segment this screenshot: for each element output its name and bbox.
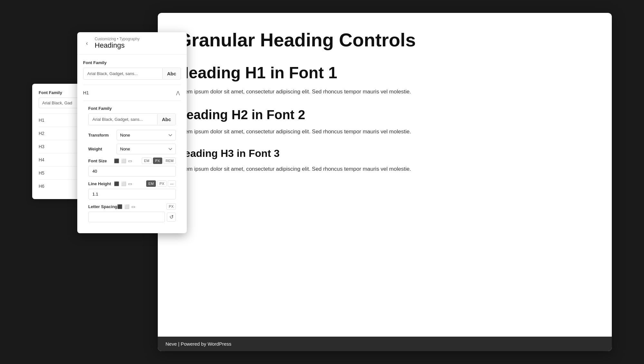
device-icons-lineheight: ⬛ ⬜ ▭ xyxy=(114,181,132,186)
global-font-family-input[interactable] xyxy=(83,68,162,79)
letter-spacing-units: PX xyxy=(166,203,176,210)
preview-content: Granular Heading Controls Heading H1 in … xyxy=(158,13,612,337)
h1-font-family-row: Abc xyxy=(88,113,176,125)
tablet-icon-lineheight[interactable]: ⬜ xyxy=(121,181,126,186)
customizer-panel: ‹ Customizing • Typography Headings Font… xyxy=(77,32,187,233)
h1-abc-badge[interactable]: Abc xyxy=(157,114,175,125)
h1-label: H1 xyxy=(83,90,89,95)
desktop-icon-letterspacing[interactable]: ⬛ xyxy=(117,204,122,209)
desktop-icon-fontsize[interactable]: ⬛ xyxy=(114,158,119,163)
px-lineheight-btn[interactable]: PX xyxy=(157,180,166,187)
transform-select[interactable]: None xyxy=(117,130,176,140)
preview-h1-para: Lorem ipsum dolor sit amet, consectetur … xyxy=(177,87,592,96)
px-letterspacing-btn[interactable]: PX xyxy=(166,203,176,210)
h1-expanded-section: Font Family Abc Transform None Weight xyxy=(83,101,181,227)
letter-spacing-header: Letter Spacing ⬛ ⬜ ▭ PX xyxy=(88,203,176,210)
back-button[interactable]: ‹ xyxy=(83,39,91,47)
desktop-icon-lineheight[interactable]: ⬛ xyxy=(114,181,119,186)
mobile-icon-fontsize[interactable]: ▭ xyxy=(128,158,132,163)
font-size-input[interactable] xyxy=(88,166,176,177)
font-size-header: Font Size ⬛ ⬜ ▭ EM PX REM xyxy=(88,158,176,164)
h1-row[interactable]: H1 ⋀ xyxy=(83,85,181,101)
transform-row: Transform None xyxy=(88,130,176,140)
tablet-icon-letterspacing[interactable]: ⬜ xyxy=(124,204,129,209)
h1-font-family-input[interactable] xyxy=(89,114,157,125)
tablet-icon-fontsize[interactable]: ⬜ xyxy=(121,158,126,163)
panel-title: Headings xyxy=(95,41,139,50)
preview-panel: Granular Heading Controls Heading H1 in … xyxy=(158,13,612,351)
dash-lineheight-btn[interactable]: — xyxy=(168,180,176,187)
px-unit-btn[interactable]: PX xyxy=(153,158,162,164)
letter-spacing-reset-btn[interactable]: ↺ xyxy=(167,213,176,222)
device-icons-letterspacing: ⬛ ⬜ ▭ xyxy=(117,204,135,209)
device-icons-fontsize: ⬛ ⬜ ▭ xyxy=(114,158,132,163)
mobile-icon-letterspacing[interactable]: ▭ xyxy=(131,204,135,209)
breadcrumb: Customizing • Typography xyxy=(95,37,139,41)
h1-font-family-label: Font Family xyxy=(88,106,176,111)
preview-h3-para: Lorem ipsum dolor sit amet, consectetur … xyxy=(177,165,592,173)
preview-h2-para: Lorem ipsum dolor sit amet, consectetur … xyxy=(177,127,592,136)
rem-unit-btn[interactable]: REM xyxy=(164,158,176,164)
global-abc-badge[interactable]: Abc xyxy=(162,68,181,79)
preview-main-title: Granular Heading Controls xyxy=(177,29,592,51)
h1-chevron-icon[interactable]: ⋀ xyxy=(175,90,181,96)
panel-body: Font Family Abc H1 ⋀ Font Family Abc xyxy=(77,54,187,233)
font-size-label: Font Size xyxy=(88,158,114,163)
h1-section: H1 ⋀ xyxy=(83,85,181,101)
global-font-family-label: Font Family xyxy=(83,60,181,65)
preview-h3: Heading H3 in Font 3 xyxy=(177,148,592,159)
letter-spacing-input[interactable] xyxy=(88,212,165,222)
line-height-units: EM PX — xyxy=(146,180,176,187)
mobile-icon-lineheight[interactable]: ▭ xyxy=(128,181,132,186)
global-font-family-row: Abc xyxy=(83,68,181,80)
transform-label: Transform xyxy=(88,133,114,138)
preview-h1: Heading H1 in Font 1 xyxy=(177,63,592,82)
line-height-input[interactable] xyxy=(88,189,176,199)
panel-header: ‹ Customizing • Typography Headings xyxy=(77,32,187,54)
em-unit-btn[interactable]: EM xyxy=(142,158,152,164)
weight-label: Weight xyxy=(88,147,114,151)
preview-h2: Heading H2 in Font 2 xyxy=(177,108,592,122)
weight-row: Weight None xyxy=(88,144,176,154)
em-lineheight-btn[interactable]: EM xyxy=(146,180,156,187)
line-height-header: Line Height ⬛ ⬜ ▭ EM PX — xyxy=(88,180,176,187)
font-size-units: EM PX REM xyxy=(142,158,176,164)
panel-footer: Neve | Powered by WordPress xyxy=(158,337,612,351)
footer-text: Neve | Powered by WordPress xyxy=(166,341,232,347)
line-height-label: Line Height xyxy=(88,181,114,186)
weight-select[interactable]: None xyxy=(117,144,176,154)
letter-spacing-label: Letter Spacing xyxy=(88,204,117,209)
